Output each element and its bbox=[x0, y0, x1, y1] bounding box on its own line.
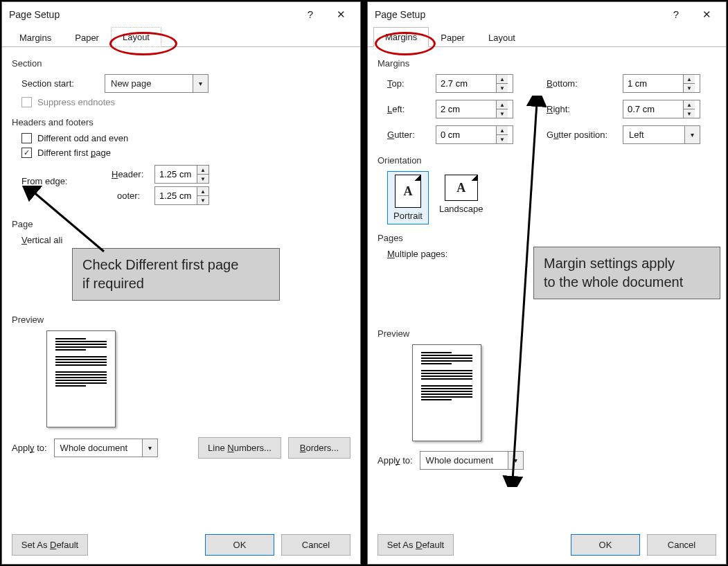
cancel-button[interactable]: Cancel bbox=[281, 534, 350, 556]
apply-to-label: Apply to: bbox=[12, 443, 47, 453]
different-first-page-label: Different first page bbox=[37, 148, 111, 158]
preview-thumbnail bbox=[412, 344, 481, 441]
footer-spinner[interactable]: ▲▼ bbox=[154, 186, 209, 205]
orientation-landscape[interactable]: A Landscape bbox=[433, 171, 490, 224]
help-button[interactable]: ? bbox=[661, 5, 691, 24]
page-heading: Page bbox=[12, 219, 350, 229]
tab-paper[interactable]: Paper bbox=[63, 28, 111, 47]
orientation-heading: Orientation bbox=[378, 155, 716, 166]
section-start-label: Section start: bbox=[21, 78, 105, 89]
vertical-alignment-label: Vertical ali bbox=[21, 235, 62, 245]
pages-heading: Pages bbox=[378, 233, 716, 243]
dialog-title: Page Setup bbox=[375, 9, 661, 20]
close-button[interactable]: ✕ bbox=[326, 5, 356, 24]
spin-down[interactable]: ▼ bbox=[197, 196, 208, 204]
callout-left: Check Different first page if required bbox=[72, 248, 280, 301]
preview-thumbnail bbox=[46, 330, 116, 427]
gutter-spinner[interactable]: ▲▼ bbox=[436, 125, 513, 144]
suppress-endnotes-label: Suppress endnotes bbox=[37, 97, 115, 107]
set-as-default-button[interactable]: Set As Default bbox=[12, 534, 88, 556]
spin-down[interactable]: ▼ bbox=[197, 175, 208, 183]
tab-strip: Margins Paper Layout bbox=[368, 26, 726, 47]
line-numbers-button[interactable]: Line Numbers... bbox=[198, 437, 281, 459]
footer-label: Footer: bbox=[112, 191, 154, 201]
preview-heading: Preview bbox=[12, 315, 350, 325]
titlebar: Page Setup ? ✕ bbox=[368, 2, 726, 26]
apply-to-label: Apply to: bbox=[378, 455, 413, 466]
tab-paper[interactable]: Paper bbox=[429, 28, 477, 47]
callout-right: Margin settings apply to the whole docum… bbox=[533, 247, 720, 299]
top-label: Top: bbox=[387, 78, 436, 89]
right-spinner[interactable]: ▲▼ bbox=[623, 100, 700, 118]
ok-button[interactable]: OK bbox=[205, 534, 274, 556]
apply-to-select[interactable]: Whole document▾ bbox=[54, 439, 158, 457]
preview-heading: Preview bbox=[378, 328, 716, 339]
section-heading: Section bbox=[12, 58, 350, 69]
apply-to-select[interactable]: Whole document▾ bbox=[420, 451, 524, 470]
tab-layout[interactable]: Layout bbox=[477, 28, 527, 47]
from-edge-label: From edge: bbox=[21, 162, 112, 208]
bottom-label: Bottom: bbox=[547, 78, 623, 89]
titlebar: Page Setup ? ✕ bbox=[2, 2, 360, 26]
close-button[interactable]: ✕ bbox=[691, 5, 722, 24]
tab-margins[interactable]: Margins bbox=[8, 28, 63, 47]
left-spinner[interactable]: ▲▼ bbox=[436, 100, 513, 118]
tab-margins[interactable]: Margins bbox=[373, 27, 429, 47]
different-first-page-checkbox[interactable]: ✓ bbox=[21, 148, 32, 158]
different-odd-even-label: Different odd and even bbox=[37, 133, 128, 143]
right-label: Right: bbox=[547, 104, 623, 114]
set-as-default-button[interactable]: Set As Default bbox=[378, 534, 454, 556]
gutter-position-select[interactable]: Left▾ bbox=[623, 125, 700, 144]
headers-footers-heading: Headers and footers bbox=[12, 117, 350, 127]
suppress-endnotes-checkbox bbox=[21, 97, 32, 107]
help-button[interactable]: ? bbox=[295, 5, 326, 24]
gutter-label: Gutter: bbox=[387, 130, 436, 140]
gutter-position-label: Gutter position: bbox=[547, 130, 623, 140]
header-label: Header: bbox=[112, 169, 154, 179]
tab-strip: Margins Paper Layout bbox=[2, 26, 360, 47]
left-label: Left: bbox=[387, 104, 436, 114]
dialog-title: Page Setup bbox=[9, 9, 295, 20]
bottom-spinner[interactable]: ▲▼ bbox=[623, 74, 700, 93]
borders-button[interactable]: Borders... bbox=[288, 437, 350, 459]
section-start-select[interactable]: New page▾ bbox=[105, 74, 208, 93]
different-odd-even-checkbox[interactable] bbox=[21, 133, 32, 143]
ok-button[interactable]: OK bbox=[571, 534, 640, 556]
orientation-portrait[interactable]: A Portrait bbox=[387, 171, 429, 224]
dialog-footer: Set As Default OK Cancel bbox=[2, 526, 360, 564]
multiple-pages-label: Multiple pages: bbox=[387, 249, 447, 259]
cancel-button[interactable]: Cancel bbox=[647, 534, 716, 556]
top-spinner[interactable]: ▲▼ bbox=[436, 74, 513, 93]
spin-up[interactable]: ▲ bbox=[197, 166, 208, 175]
tab-layout[interactable]: Layout bbox=[111, 27, 161, 47]
spin-up[interactable]: ▲ bbox=[197, 187, 208, 196]
dialog-footer: Set As Default OK Cancel bbox=[368, 526, 726, 564]
margins-heading: Margins bbox=[378, 58, 716, 69]
header-spinner[interactable]: ▲▼ bbox=[154, 165, 209, 184]
